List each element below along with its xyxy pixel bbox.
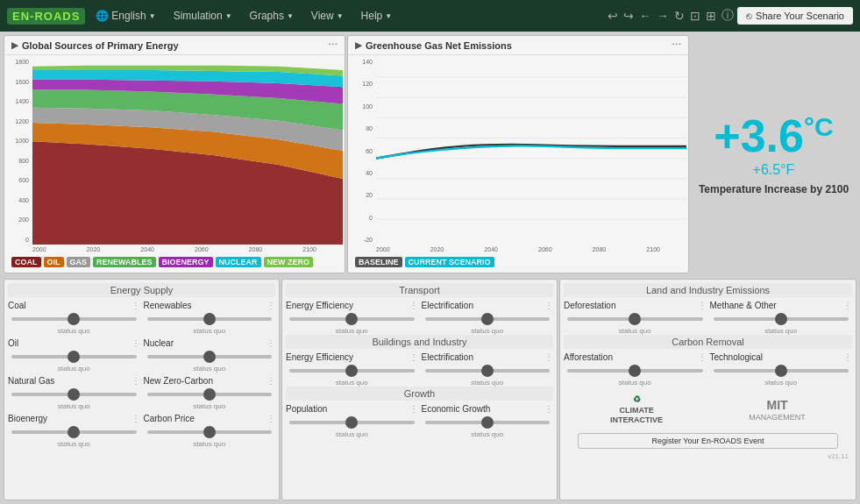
- logos-row: ♻ CLIMATEINTERACTIVE MIT MANAGEMENT: [564, 390, 852, 429]
- carbonprice-options[interactable]: ⋮: [267, 414, 275, 423]
- x-label-2100: 2100: [302, 246, 316, 252]
- nav-help[interactable]: Help ▼: [354, 6, 400, 25]
- economic-growth-thumb[interactable]: [481, 416, 494, 429]
- globe-icon: 🌐: [96, 10, 109, 22]
- carbonprice-slider-track[interactable]: [147, 430, 273, 434]
- technological-slider[interactable]: [714, 369, 849, 373]
- technological-control: Technological ⋮ status quo: [710, 352, 853, 387]
- newzero-options[interactable]: ⋮: [267, 376, 275, 386]
- undo-icon[interactable]: ↩: [608, 9, 618, 23]
- buildings-electrification-status: status quo: [422, 379, 554, 387]
- nav-graphs[interactable]: Graphs ▼: [243, 6, 301, 25]
- economic-growth-options[interactable]: ⋮: [544, 404, 553, 414]
- coal-options[interactable]: ⋮: [131, 301, 140, 310]
- nav-view[interactable]: View ▼: [304, 6, 351, 25]
- ghg-legend: BASELINE CURRENT SCENARIO: [348, 254, 688, 270]
- naturalgas-options[interactable]: ⋮: [131, 376, 140, 386]
- ghg-svg: [376, 57, 686, 245]
- methane-thumb[interactable]: [775, 313, 787, 325]
- more-options-icon[interactable]: ⋯: [328, 39, 338, 51]
- coal-status: status quo: [8, 327, 140, 335]
- back-icon[interactable]: ←: [639, 9, 651, 23]
- buildings-efficiency-thumb[interactable]: [345, 365, 358, 377]
- y-axis-label-600: 600: [6, 177, 29, 183]
- info-icon[interactable]: ⓘ: [721, 8, 734, 24]
- methane-label: Methane & Other: [710, 301, 777, 310]
- deforestation-slider[interactable]: [567, 317, 703, 321]
- bioenergy-options[interactable]: ⋮: [131, 414, 140, 423]
- transport-efficiency-slider[interactable]: [289, 317, 415, 321]
- buildings-efficiency-slider[interactable]: [289, 369, 415, 373]
- primary-energy-title-bar: ▶ Global Sources of Primary Energy ⋯: [4, 36, 345, 55]
- refresh-icon[interactable]: ↻: [674, 9, 685, 23]
- population-thumb[interactable]: [345, 416, 358, 429]
- deforestation-label: Deforestation: [564, 301, 615, 310]
- afforestation-slider[interactable]: [567, 369, 703, 373]
- energy-supply-title: Energy Supply: [8, 283, 275, 297]
- grid-icon[interactable]: ⊞: [706, 9, 716, 23]
- transport-electrification-slider[interactable]: [425, 317, 551, 321]
- naturalgas-slider-track[interactable]: [11, 393, 137, 396]
- transport-efficiency-options[interactable]: ⋮: [409, 301, 418, 310]
- nuclear-options[interactable]: ⋮: [267, 338, 275, 348]
- logo[interactable]: EN-ROADS: [7, 8, 85, 25]
- technological-options[interactable]: ⋮: [843, 352, 852, 362]
- coal-slider-track[interactable]: [11, 317, 137, 321]
- carbonprice-control: Carbon Price ⋮ status quo: [144, 414, 276, 448]
- methane-control: Methane & Other ⋮ status quo: [710, 301, 853, 335]
- ghg-y-80: 80: [350, 125, 373, 131]
- oil-slider-track[interactable]: [11, 355, 137, 358]
- land-grid: Deforestation ⋮ status quo Methane & Oth…: [564, 301, 852, 335]
- naturalgas-slider-thumb[interactable]: [68, 388, 80, 401]
- methane-options[interactable]: ⋮: [843, 301, 852, 310]
- oil-options[interactable]: ⋮: [131, 338, 140, 348]
- bioenergy-slider-thumb[interactable]: [68, 426, 80, 438]
- afforestation-options[interactable]: ⋮: [698, 352, 707, 362]
- population-slider[interactable]: [289, 421, 415, 424]
- bioenergy-slider-track[interactable]: [11, 430, 137, 434]
- buildings-electrification-thumb[interactable]: [481, 365, 494, 377]
- methane-slider[interactable]: [714, 317, 849, 321]
- buildings-electrification-label: Electrification: [422, 352, 473, 362]
- renewables-slider-thumb[interactable]: [203, 313, 216, 325]
- buildings-efficiency-options[interactable]: ⋮: [409, 352, 418, 362]
- y-axis-label-200: 200: [6, 217, 29, 223]
- coal-slider-thumb[interactable]: [68, 313, 80, 325]
- renewables-slider-track[interactable]: [147, 317, 273, 321]
- newzero-control: New Zero-Carbon ⋮ status quo: [144, 376, 276, 410]
- buildings-title: Buildings and Industry: [286, 335, 553, 349]
- register-button[interactable]: Register Your En-ROADS Event: [578, 433, 837, 449]
- deforestation-thumb[interactable]: [629, 313, 641, 325]
- more-options-icon-ghg[interactable]: ⋯: [672, 39, 681, 51]
- population-options[interactable]: ⋮: [409, 404, 418, 414]
- transport-electrification-options[interactable]: ⋮: [544, 301, 553, 310]
- renewables-options[interactable]: ⋮: [267, 301, 275, 310]
- y-axis-label-800: 800: [6, 158, 29, 164]
- deforestation-options[interactable]: ⋮: [698, 301, 707, 310]
- buildings-electrification-slider[interactable]: [425, 369, 551, 373]
- transport-electrification-thumb[interactable]: [481, 313, 494, 325]
- chevron-down-icon: ▼: [225, 12, 232, 20]
- main-content: ▶ Global Sources of Primary Energy ⋯ 180…: [0, 32, 860, 504]
- share-button[interactable]: ⎋ Share Your Scenario: [737, 7, 853, 25]
- technological-thumb[interactable]: [775, 365, 787, 377]
- nav-simulation[interactable]: Simulation ▼: [167, 6, 239, 25]
- methane-status: status quo: [710, 327, 853, 335]
- forward-icon[interactable]: →: [657, 9, 669, 23]
- oil-slider-thumb[interactable]: [68, 351, 80, 363]
- buildings-electrification-options[interactable]: ⋮: [544, 352, 553, 362]
- primary-energy-legend: COAL OIL GAS RENEWABLES BIOENERGY NUCLEA…: [4, 254, 345, 270]
- nuclear-slider-thumb[interactable]: [203, 351, 216, 363]
- carbonprice-slider-thumb[interactable]: [203, 426, 216, 438]
- afforestation-thumb[interactable]: [629, 365, 641, 377]
- economic-growth-slider[interactable]: [425, 421, 551, 424]
- ghg-x-2020: 2020: [430, 246, 444, 252]
- nuclear-slider-track[interactable]: [147, 355, 273, 358]
- nav-english[interactable]: 🌐 English ▼: [89, 6, 162, 25]
- newzero-slider-track[interactable]: [147, 393, 273, 396]
- expand-icon[interactable]: ⊡: [690, 9, 700, 23]
- transport-efficiency-control: Energy Efficiency ⋮ status quo: [286, 301, 418, 335]
- redo-icon[interactable]: ↪: [623, 9, 634, 23]
- transport-efficiency-thumb[interactable]: [345, 313, 358, 325]
- newzero-slider-thumb[interactable]: [203, 388, 216, 401]
